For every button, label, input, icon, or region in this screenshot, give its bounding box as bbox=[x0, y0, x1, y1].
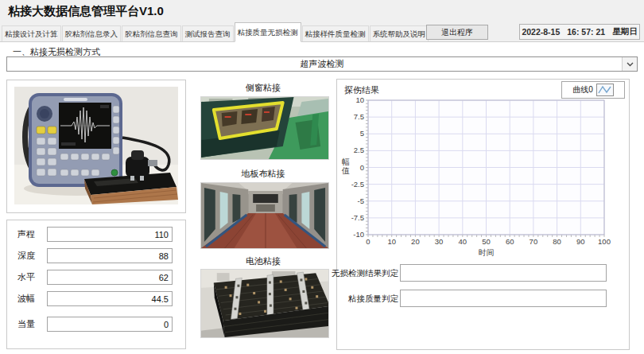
svg-text:5: 5 bbox=[360, 129, 364, 138]
horizontal-input[interactable] bbox=[47, 270, 173, 285]
svg-text:20: 20 bbox=[411, 237, 420, 246]
time-text: 16: 57: 21 bbox=[567, 27, 605, 37]
floor-cloth-photo-art bbox=[201, 183, 328, 248]
side-window-photo-art bbox=[201, 97, 328, 159]
field-row-equivalent: 当量 bbox=[7, 317, 187, 332]
svg-text:10: 10 bbox=[355, 95, 364, 104]
datetime-display: 2022-8-15 16: 57: 21 星期日 bbox=[519, 24, 640, 40]
tab-strip: 粘接设计及计算 胶粘剂信息录入 胶粘剂信息查询 测试报告查询 粘接质量无损检测 … bbox=[2, 22, 429, 42]
bonding-quality-judgment-label: 粘接质量判定 bbox=[348, 290, 398, 307]
svg-text:7.5: 7.5 bbox=[354, 112, 364, 121]
svg-text:80: 80 bbox=[553, 237, 561, 246]
battery-pack-bonding-photo bbox=[200, 269, 329, 338]
field-label: 当量 bbox=[17, 317, 35, 332]
train-side-window-bonding-photo bbox=[200, 96, 329, 160]
svg-text:-5: -5 bbox=[358, 196, 364, 205]
svg-text:时间: 时间 bbox=[479, 248, 495, 257]
field-row-depth: 深度 bbox=[7, 248, 187, 263]
gallery-label-side-window: 侧窗粘接 bbox=[195, 82, 332, 94]
ndt-judgment-input[interactable] bbox=[400, 264, 607, 282]
tab-bar: 粘接设计及计算 胶粘剂信息录入 胶粘剂信息查询 测试报告查询 粘接质量无损检测 … bbox=[0, 22, 644, 42]
battery-photo-art bbox=[201, 270, 328, 337]
svg-text:30: 30 bbox=[435, 237, 444, 246]
equivalent-input[interactable] bbox=[47, 317, 173, 332]
field-row-sound-path: 声程 bbox=[7, 227, 187, 242]
flaw-detection-chart[interactable]: 0102030405060708090100-10-7.5-5-2.502.55… bbox=[337, 88, 629, 269]
depth-input[interactable] bbox=[47, 248, 173, 263]
svg-text:90: 90 bbox=[576, 237, 585, 246]
field-row-horizontal: 水平 bbox=[7, 270, 187, 285]
svg-text:0: 0 bbox=[360, 163, 364, 172]
bonding-quality-judgment-row: 粘接质量判定 bbox=[337, 290, 630, 307]
title-bar: 粘接大数据信息管理平台V1.0 bbox=[0, 0, 644, 22]
train-floor-cloth-bonding-photo bbox=[200, 182, 329, 249]
ultrasonic-flaw-detector-with-probe-photo bbox=[14, 87, 178, 204]
svg-text:-7.5: -7.5 bbox=[351, 213, 364, 222]
svg-text:60: 60 bbox=[506, 237, 514, 246]
svg-text:-2.5: -2.5 bbox=[351, 180, 364, 189]
detection-method-select[interactable]: 超声波检测 bbox=[6, 56, 638, 72]
svg-text:100: 100 bbox=[598, 237, 611, 246]
measurements-panel: 声程 深度 水平 波幅 当量 bbox=[6, 220, 186, 349]
chevron-down-icon[interactable] bbox=[622, 57, 637, 71]
chart-canvas: 0102030405060708090100-10-7.5-5-2.502.55… bbox=[337, 88, 629, 269]
field-label: 波幅 bbox=[17, 291, 35, 306]
field-label: 水平 bbox=[17, 270, 35, 285]
tab-test-report-query[interactable]: 测试报告查询 bbox=[182, 25, 234, 42]
svg-text:50: 50 bbox=[482, 237, 491, 246]
svg-text:0: 0 bbox=[366, 237, 370, 246]
ndt-judgment-row: 无损检测结果判定 bbox=[337, 264, 630, 282]
flaw-detection-results-panel: 探伤结果 曲线0 0102030405060708090100-10-7.5-5… bbox=[336, 79, 630, 350]
tab-bonding-design[interactable]: 粘接设计及计算 bbox=[2, 25, 61, 42]
exit-program-button[interactable]: 退出程序 bbox=[426, 25, 488, 40]
main-content: 一、粘接无损检测方式 超声波检测 bbox=[0, 41, 644, 354]
field-label: 深度 bbox=[17, 248, 35, 263]
svg-text:幅值: 幅值 bbox=[341, 158, 350, 175]
bonding-quality-judgment-input[interactable] bbox=[400, 290, 607, 307]
svg-text:10: 10 bbox=[387, 237, 396, 246]
ndt-judgment-label: 无损检测结果判定 bbox=[332, 264, 398, 282]
device-photo-panel bbox=[6, 80, 186, 213]
gallery-label-floor-cloth: 地板布粘接 bbox=[195, 168, 332, 180]
field-row-amplitude: 波幅 bbox=[7, 291, 187, 306]
amplitude-input[interactable] bbox=[47, 291, 173, 306]
gallery-label-battery: 电池粘接 bbox=[195, 255, 332, 267]
app-title: 粘接大数据信息管理平台V1.0 bbox=[8, 4, 164, 19]
field-label: 声程 bbox=[17, 227, 35, 242]
weekday-text: 星期日 bbox=[612, 26, 638, 37]
tab-adhesive-query[interactable]: 胶粘剂信息查询 bbox=[122, 25, 181, 42]
detection-method-value: 超声波检测 bbox=[7, 57, 637, 71]
date-text: 2022-8-15 bbox=[522, 27, 560, 37]
tab-adhesive-entry[interactable]: 胶粘剂信息录入 bbox=[62, 25, 122, 42]
svg-text:2.5: 2.5 bbox=[354, 146, 364, 154]
svg-text:-10: -10 bbox=[353, 230, 364, 239]
svg-text:70: 70 bbox=[530, 237, 538, 246]
tab-sample-quality[interactable]: 粘接样件质量检测 bbox=[302, 25, 369, 42]
tab-system-help[interactable]: 系统帮助及说明 bbox=[370, 25, 429, 42]
sound-path-input[interactable] bbox=[47, 227, 173, 242]
tab-ndt-inspection[interactable]: 粘接质量无损检测 bbox=[235, 22, 301, 42]
svg-text:40: 40 bbox=[459, 237, 467, 246]
